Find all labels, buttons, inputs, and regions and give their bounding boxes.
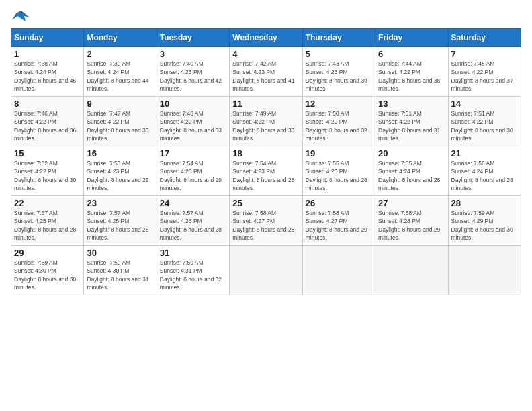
calendar-cell: 9Sunrise: 7:47 AMSunset: 4:22 PMDaylight… <box>84 97 157 146</box>
day-number: 23 <box>87 198 153 208</box>
day-header-monday: Monday <box>84 29 157 47</box>
day-info: Sunrise: 7:39 AMSunset: 4:24 PMDaylight:… <box>87 60 153 93</box>
calendar-cell: 21Sunrise: 7:56 AMSunset: 4:24 PMDayligh… <box>448 146 521 196</box>
day-header-tuesday: Tuesday <box>157 29 229 47</box>
week-row-1: 1Sunrise: 7:38 AMSunset: 4:24 PMDaylight… <box>11 47 521 97</box>
calendar-cell: 23Sunrise: 7:57 AMSunset: 4:25 PMDayligh… <box>84 196 157 246</box>
day-number: 13 <box>378 99 445 109</box>
day-number: 17 <box>160 148 226 158</box>
calendar-cell: 19Sunrise: 7:55 AMSunset: 4:23 PMDayligh… <box>302 146 375 196</box>
day-header-sunday: Sunday <box>11 29 84 47</box>
day-number: 28 <box>451 198 518 208</box>
day-info: Sunrise: 7:54 AMSunset: 4:23 PMDaylight:… <box>160 159 226 192</box>
day-info: Sunrise: 7:51 AMSunset: 4:22 PMDaylight:… <box>378 109 445 142</box>
day-info: Sunrise: 7:59 AMSunset: 4:29 PMDaylight:… <box>451 209 518 242</box>
day-number: 7 <box>451 49 518 59</box>
day-number: 26 <box>306 198 372 208</box>
day-info: Sunrise: 7:58 AMSunset: 4:27 PMDaylight:… <box>232 209 299 242</box>
day-number: 16 <box>87 148 153 158</box>
week-row-5: 29Sunrise: 7:59 AMSunset: 4:30 PMDayligh… <box>11 246 521 295</box>
day-info: Sunrise: 7:57 AMSunset: 4:26 PMDaylight:… <box>160 209 226 242</box>
day-info: Sunrise: 7:50 AMSunset: 4:22 PMDaylight:… <box>306 109 372 142</box>
logo <box>11 8 34 24</box>
day-number: 31 <box>160 248 226 258</box>
day-info: Sunrise: 7:42 AMSunset: 4:23 PMDaylight:… <box>232 60 299 93</box>
main-container: SundayMondayTuesdayWednesdayThursdayFrid… <box>0 0 532 304</box>
calendar-cell: 1Sunrise: 7:38 AMSunset: 4:24 PMDaylight… <box>11 47 84 97</box>
day-number: 1 <box>14 49 81 59</box>
day-info: Sunrise: 7:57 AMSunset: 4:25 PMDaylight:… <box>14 209 81 242</box>
calendar-cell: 8Sunrise: 7:46 AMSunset: 4:22 PMDaylight… <box>11 97 84 146</box>
calendar-cell: 17Sunrise: 7:54 AMSunset: 4:23 PMDayligh… <box>157 146 229 196</box>
week-row-4: 22Sunrise: 7:57 AMSunset: 4:25 PMDayligh… <box>11 196 521 246</box>
day-info: Sunrise: 7:57 AMSunset: 4:25 PMDaylight:… <box>87 209 153 242</box>
calendar-cell: 22Sunrise: 7:57 AMSunset: 4:25 PMDayligh… <box>11 196 84 246</box>
logo-icon <box>11 8 31 24</box>
day-number: 27 <box>378 198 445 208</box>
day-number: 3 <box>160 49 226 59</box>
calendar-cell: 13Sunrise: 7:51 AMSunset: 4:22 PMDayligh… <box>375 97 448 146</box>
day-info: Sunrise: 7:40 AMSunset: 4:23 PMDaylight:… <box>160 60 226 93</box>
day-info: Sunrise: 7:59 AMSunset: 4:31 PMDaylight:… <box>160 259 226 291</box>
day-info: Sunrise: 7:54 AMSunset: 4:23 PMDaylight:… <box>232 159 299 192</box>
day-number: 24 <box>160 198 226 208</box>
calendar-cell: 26Sunrise: 7:58 AMSunset: 4:27 PMDayligh… <box>302 196 375 246</box>
calendar-cell: 24Sunrise: 7:57 AMSunset: 4:26 PMDayligh… <box>157 196 229 246</box>
day-info: Sunrise: 7:56 AMSunset: 4:24 PMDaylight:… <box>451 159 518 192</box>
day-info: Sunrise: 7:58 AMSunset: 4:28 PMDaylight:… <box>378 209 445 242</box>
day-info: Sunrise: 7:49 AMSunset: 4:22 PMDaylight:… <box>232 109 299 142</box>
calendar-cell: 16Sunrise: 7:53 AMSunset: 4:23 PMDayligh… <box>84 146 157 196</box>
calendar-cell <box>448 246 521 295</box>
day-number: 11 <box>232 99 299 109</box>
calendar-cell <box>375 246 448 295</box>
day-info: Sunrise: 7:52 AMSunset: 4:22 PMDaylight:… <box>14 159 81 192</box>
day-number: 4 <box>232 49 299 59</box>
day-number: 14 <box>451 99 518 109</box>
day-number: 22 <box>14 198 81 208</box>
day-info: Sunrise: 7:47 AMSunset: 4:22 PMDaylight:… <box>87 109 153 142</box>
calendar-cell: 11Sunrise: 7:49 AMSunset: 4:22 PMDayligh… <box>230 97 302 146</box>
calendar-cell: 20Sunrise: 7:55 AMSunset: 4:24 PMDayligh… <box>375 146 448 196</box>
day-info: Sunrise: 7:43 AMSunset: 4:23 PMDaylight:… <box>306 60 372 93</box>
day-number: 2 <box>87 49 153 59</box>
day-info: Sunrise: 7:55 AMSunset: 4:24 PMDaylight:… <box>378 159 445 192</box>
day-info: Sunrise: 7:48 AMSunset: 4:22 PMDaylight:… <box>160 109 226 142</box>
day-number: 21 <box>451 148 518 158</box>
day-number: 18 <box>232 148 299 158</box>
day-header-wednesday: Wednesday <box>230 29 302 47</box>
day-number: 15 <box>14 148 81 158</box>
day-info: Sunrise: 7:53 AMSunset: 4:23 PMDaylight:… <box>87 159 153 192</box>
day-number: 25 <box>232 198 299 208</box>
day-info: Sunrise: 7:44 AMSunset: 4:22 PMDaylight:… <box>378 60 445 93</box>
calendar-cell: 2Sunrise: 7:39 AMSunset: 4:24 PMDaylight… <box>84 47 157 97</box>
calendar-cell: 4Sunrise: 7:42 AMSunset: 4:23 PMDaylight… <box>230 47 302 97</box>
day-info: Sunrise: 7:58 AMSunset: 4:27 PMDaylight:… <box>306 209 372 242</box>
calendar-cell <box>302 246 375 295</box>
days-header-row: SundayMondayTuesdayWednesdayThursdayFrid… <box>11 29 521 47</box>
calendar-table: SundayMondayTuesdayWednesdayThursdayFrid… <box>11 28 521 295</box>
day-info: Sunrise: 7:46 AMSunset: 4:22 PMDaylight:… <box>14 109 81 142</box>
day-number: 20 <box>378 148 445 158</box>
calendar-cell: 29Sunrise: 7:59 AMSunset: 4:30 PMDayligh… <box>11 246 84 295</box>
calendar-cell: 27Sunrise: 7:58 AMSunset: 4:28 PMDayligh… <box>375 196 448 246</box>
calendar-cell: 28Sunrise: 7:59 AMSunset: 4:29 PMDayligh… <box>448 196 521 246</box>
day-number: 5 <box>306 49 372 59</box>
calendar-cell: 6Sunrise: 7:44 AMSunset: 4:22 PMDaylight… <box>375 47 448 97</box>
calendar-cell: 15Sunrise: 7:52 AMSunset: 4:22 PMDayligh… <box>11 146 84 196</box>
day-number: 9 <box>87 99 153 109</box>
calendar-cell: 10Sunrise: 7:48 AMSunset: 4:22 PMDayligh… <box>157 97 229 146</box>
calendar-cell <box>230 246 302 295</box>
day-info: Sunrise: 7:59 AMSunset: 4:30 PMDaylight:… <box>14 259 81 291</box>
day-info: Sunrise: 7:55 AMSunset: 4:23 PMDaylight:… <box>306 159 372 192</box>
calendar-cell: 30Sunrise: 7:59 AMSunset: 4:30 PMDayligh… <box>84 246 157 295</box>
calendar-cell: 18Sunrise: 7:54 AMSunset: 4:23 PMDayligh… <box>230 146 302 196</box>
day-info: Sunrise: 7:38 AMSunset: 4:24 PMDaylight:… <box>14 60 81 93</box>
day-header-saturday: Saturday <box>448 29 521 47</box>
week-row-3: 15Sunrise: 7:52 AMSunset: 4:22 PMDayligh… <box>11 146 521 196</box>
day-number: 19 <box>306 148 372 158</box>
week-row-2: 8Sunrise: 7:46 AMSunset: 4:22 PMDaylight… <box>11 97 521 146</box>
day-number: 6 <box>378 49 445 59</box>
day-info: Sunrise: 7:59 AMSunset: 4:30 PMDaylight:… <box>87 259 153 291</box>
calendar-cell: 31Sunrise: 7:59 AMSunset: 4:31 PMDayligh… <box>157 246 229 295</box>
calendar-cell: 25Sunrise: 7:58 AMSunset: 4:27 PMDayligh… <box>230 196 302 246</box>
